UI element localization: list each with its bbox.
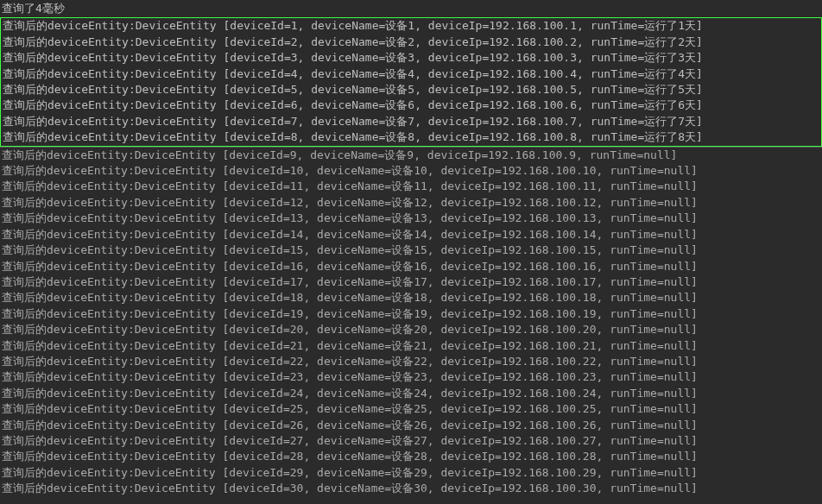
log-line-highlighted: 查询后的deviceEntity:DeviceEntity [deviceId=… [1, 98, 821, 113]
log-line: 查询后的deviceEntity:DeviceEntity [deviceId=… [0, 227, 822, 243]
log-line: 查询后的deviceEntity:DeviceEntity [deviceId=… [0, 274, 822, 290]
log-line-highlighted: 查询后的deviceEntity:DeviceEntity [deviceId=… [1, 114, 821, 129]
log-line: 查询后的deviceEntity:DeviceEntity [deviceId=… [0, 481, 822, 496]
log-line: 查询后的deviceEntity:DeviceEntity [deviceId=… [0, 322, 822, 337]
log-line-highlighted: 查询后的deviceEntity:DeviceEntity [deviceId=… [1, 82, 821, 98]
log-line-highlighted: 查询后的deviceEntity:DeviceEntity [deviceId=… [1, 35, 821, 50]
log-line: 查询后的deviceEntity:DeviceEntity [deviceId=… [0, 418, 822, 433]
log-output: 查询后的deviceEntity:DeviceEntity [deviceId=… [0, 17, 822, 496]
log-line-highlighted: 查询后的deviceEntity:DeviceEntity [deviceId=… [1, 66, 821, 82]
log-line: 查询后的deviceEntity:DeviceEntity [deviceId=… [0, 401, 822, 417]
log-line: 查询后的deviceEntity:DeviceEntity [deviceId=… [0, 243, 822, 258]
log-line: 查询后的deviceEntity:DeviceEntity [deviceId=… [0, 163, 822, 179]
log-line: 查询后的deviceEntity:DeviceEntity [deviceId=… [0, 338, 822, 354]
log-line: 查询后的deviceEntity:DeviceEntity [deviceId=… [0, 290, 822, 306]
log-line: 查询后的deviceEntity:DeviceEntity [deviceId=… [0, 354, 822, 369]
log-line: 查询后的deviceEntity:DeviceEntity [deviceId=… [0, 386, 822, 401]
log-line: 查询后的deviceEntity:DeviceEntity [deviceId=… [0, 433, 822, 449]
log-line: 查询后的deviceEntity:DeviceEntity [deviceId=… [0, 195, 822, 211]
log-line: 查询后的deviceEntity:DeviceEntity [deviceId=… [0, 306, 822, 322]
log-line: 查询后的deviceEntity:DeviceEntity [deviceId=… [0, 449, 822, 464]
log-line-highlighted: 查询后的deviceEntity:DeviceEntity [deviceId=… [1, 129, 821, 145]
log-line-highlighted: 查询后的deviceEntity:DeviceEntity [deviceId=… [1, 50, 821, 66]
log-line: 查询后的deviceEntity:DeviceEntity [deviceId=… [0, 259, 822, 274]
log-line: 查询后的deviceEntity:DeviceEntity [deviceId=… [0, 211, 822, 226]
regular-results: 查询后的deviceEntity:DeviceEntity [deviceId=… [0, 148, 822, 497]
log-line: 查询后的deviceEntity:DeviceEntity [deviceId=… [0, 465, 822, 481]
log-line: 查询后的deviceEntity:DeviceEntity [deviceId=… [0, 179, 822, 194]
log-line-highlighted: 查询后的deviceEntity:DeviceEntity [deviceId=… [1, 18, 821, 34]
query-time-header: 查询了4毫秒 [0, 0, 822, 17]
log-line: 查询后的deviceEntity:DeviceEntity [deviceId=… [0, 148, 822, 163]
highlighted-results: 查询后的deviceEntity:DeviceEntity [deviceId=… [0, 17, 822, 146]
log-line: 查询后的deviceEntity:DeviceEntity [deviceId=… [0, 369, 822, 385]
